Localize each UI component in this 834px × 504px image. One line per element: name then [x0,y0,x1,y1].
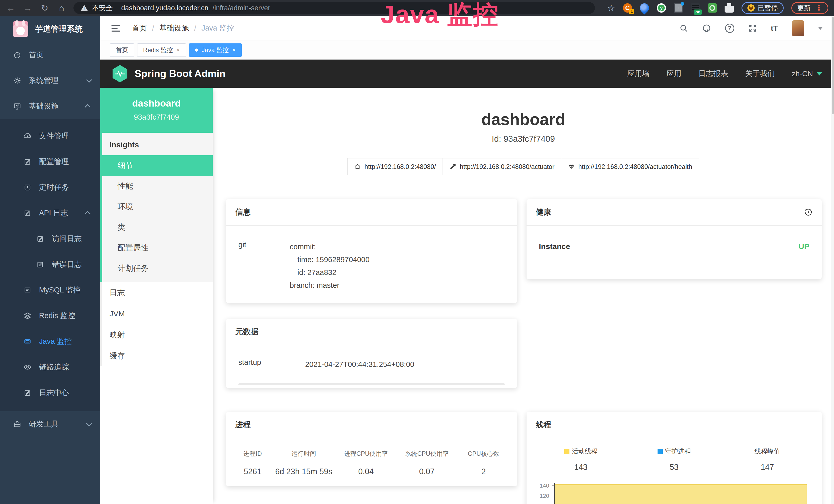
user-menu-caret-icon[interactable] [818,27,823,30]
process-table-header: 进程ID 运行时间 进程CPU使用率 系统CPU使用率 CPU核心数 [233,450,510,458]
sidebar-item-api-logs[interactable]: API 日志 [0,200,100,226]
extensions-puzzle-icon[interactable] [725,3,734,13]
extension-y-icon[interactable]: y [657,3,666,13]
home-icon[interactable]: ⌂ [57,3,67,13]
window-scrollbar[interactable] [831,16,834,504]
back-icon[interactable]: ← [6,3,16,13]
browser-menu-icon[interactable]: ⋮ [815,6,822,10]
sba-item-logs[interactable]: 日志 [102,282,213,303]
sba-item-environment[interactable]: 环境 [102,197,213,217]
sidebar-item-system-mgmt[interactable]: 系统管理 [0,68,100,93]
search-icon[interactable] [679,24,688,32]
sba-item-classes[interactable]: 类 [102,217,213,237]
git-value: commit: time: 1596289704000 id: 27aa832 … [290,240,370,292]
extension-c-icon[interactable]: C1 [623,3,632,13]
font-size-icon[interactable]: tT [771,24,778,32]
collapse-sidebar-icon[interactable] [111,25,120,31]
close-icon[interactable]: × [176,46,180,54]
sidebar-item-error-logs[interactable]: 错误日志 [0,252,100,277]
bookmark-star-icon[interactable]: ☆ [608,3,615,13]
screen-icon [24,286,31,294]
sba-item-caches[interactable]: 缓存 [102,345,213,366]
extension-grid-icon[interactable] [674,3,683,13]
user-avatar[interactable] [792,20,804,36]
fullscreen-icon[interactable] [748,24,757,32]
chevron-down-icon [86,77,92,83]
sidebar-item-home[interactable]: 首页 [0,42,100,68]
sidebar-item-java-monitor[interactable]: Java 监控 [0,329,100,354]
extension-zoom-icon[interactable] [708,3,717,13]
edit-square-icon [24,158,31,166]
update-button[interactable]: 更新 ⋮ [791,2,828,14]
chevron-up-icon [85,104,91,110]
sidebar-item-log-center[interactable]: 日志中心 [0,380,100,406]
sba-item-mappings[interactable]: 映射 [102,324,213,345]
sba-item-config-props[interactable]: 配置属性 [102,237,213,258]
sba-nav: 应用墙 应用 日志报表 关于我们 zh-CN [627,69,822,79]
cpu-cores-value: 2 [457,467,510,476]
gauge-icon [13,51,21,59]
sba-nav-wallboard[interactable]: 应用墙 [627,69,650,79]
sba-sidebar: dashboard 93a3fc7f7409 Insights 细节 性能 环境… [100,88,213,504]
sba-nav-about[interactable]: 关于我们 [745,69,775,79]
chevron-down-icon [86,420,92,427]
address-bar[interactable]: ! 不安全 dashboard.yudao.iocoder.cn/infra/a… [73,2,595,14]
reload-icon[interactable]: ↻ [40,3,50,13]
forward-icon[interactable]: → [23,3,33,13]
tab-redis-monitor[interactable]: Redis 监控 × [137,43,186,57]
sidebar-item-dev-tools[interactable]: 研发工具 [0,411,100,437]
process-id-value: 5261 [233,467,272,476]
sidebar-item-file-mgmt[interactable]: 文件管理 [0,123,100,149]
health-url-button[interactable]: http://192.168.0.2:48080/actuator/health [561,158,699,175]
history-clock-icon [24,184,31,191]
legend-peak-threads: 线程峰值 [721,447,814,456]
sba-item-jvm[interactable]: JVM [102,303,213,324]
sba-item-details[interactable]: 细节 [100,155,213,176]
sidebar-item-access-logs[interactable]: 访问日志 [0,226,100,252]
extension-list-icon[interactable]: on [691,3,700,13]
gear-icon [13,77,21,85]
sidebar-item-config-mgmt[interactable]: 配置管理 [0,149,100,175]
process-cpu-value: 0.04 [335,467,396,476]
startup-label: startup [238,358,305,371]
github-icon[interactable] [702,24,711,33]
history-icon[interactable] [804,208,812,216]
sidebar-item-infrastructure[interactable]: 基础设施 [0,93,100,119]
paused-label: 已暂停 [758,4,778,13]
process-card: 进程 进程ID 运行时间 进程CPU使用率 系统CPU使用率 CPU核心数 52… [226,412,517,486]
sba-nav-journal[interactable]: 日志报表 [698,69,728,79]
sidebar-item-redis-monitor[interactable]: Redis 监控 [0,303,100,329]
instance-label: Instance [539,242,570,251]
sidebar-item-scheduled-jobs[interactable]: 定时任务 [0,175,100,200]
close-icon[interactable]: × [232,46,236,54]
sba-item-scheduled-tasks[interactable]: 计划任务 [102,258,213,279]
extension-pin-icon[interactable] [638,2,651,15]
tv-icon [24,338,31,345]
divider [539,261,809,262]
sba-language-select[interactable]: zh-CN [792,70,822,78]
live-threads-area-series [555,484,807,504]
eye-icon [24,363,31,371]
app-sidebar: 芋道管理系统 首页 系统管理 基础设施 文件管理 配置管理 [0,16,100,504]
app-logo-avatar [13,21,28,37]
breadcrumb-home[interactable]: 首页 [132,23,147,33]
app-logo-row: 芋道管理系统 [0,16,100,42]
actuator-url-button[interactable]: http://192.168.0.2:48080/actuator [443,158,561,175]
breadcrumb-infrastructure[interactable]: 基础设施 [159,23,189,33]
scrollbar-thumb[interactable] [832,17,834,114]
sidebar-item-tracing[interactable]: 链路追踪 [0,354,100,380]
log-edit-icon [37,235,44,243]
sba-nav-applications[interactable]: 应用 [666,69,681,79]
startup-value: 2021-04-27T00:44:31.254+08:00 [305,358,414,371]
paused-badge[interactable]: 已暂停 [742,2,784,14]
service-url-button[interactable]: http://192.168.0.2:48080/ [347,158,443,175]
help-icon[interactable]: ? [725,24,734,33]
sidebar-item-mysql-monitor[interactable]: MySQL 监控 [0,277,100,303]
health-card-title: 健康 [536,207,551,217]
tab-home[interactable]: 首页 [110,43,134,57]
tab-java-monitor[interactable]: Java 监控 × [189,43,242,57]
process-table-values: 5261 6d 23h 15m 59s 0.04 0.07 2 [233,467,510,476]
sba-item-metrics[interactable]: 性能 [102,176,213,197]
heart-pulse-icon [568,163,575,170]
log-edit-icon [24,209,31,217]
